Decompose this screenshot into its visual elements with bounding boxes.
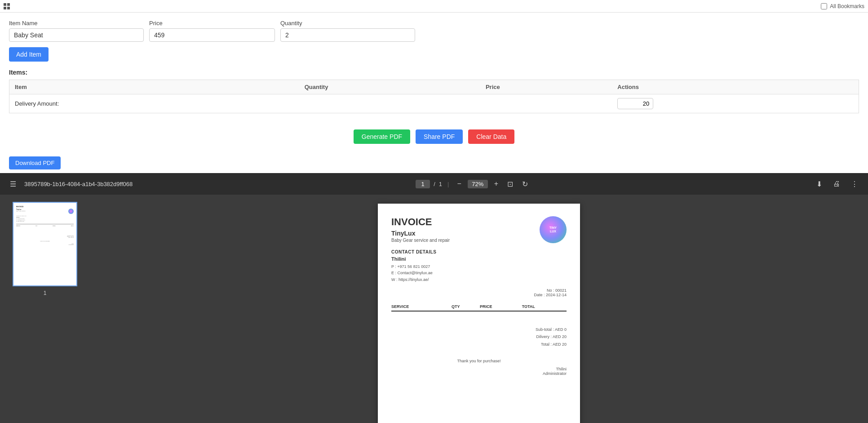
invoice-no: No : 00021 xyxy=(391,288,567,293)
item-name-label: Item Name xyxy=(9,20,144,27)
pdf-toolbar-left: ☰ 3895789b-1b16-4084-a1b4-3b382d9ff068 xyxy=(7,179,133,189)
top-bar-left xyxy=(4,3,10,9)
pdf-toolbar-right: ⬇ 🖨 ⋮ xyxy=(814,179,861,189)
bookmarks-checkbox[interactable] xyxy=(821,3,827,9)
delivery-qty xyxy=(299,94,480,113)
delivery-row: Delivery Amount: xyxy=(9,94,859,113)
pdf-thumbnail-label: 1 xyxy=(44,290,47,296)
pdf-fit-button[interactable]: ⊡ xyxy=(505,179,516,189)
col-item: Item xyxy=(9,80,299,94)
inv-col-qty: QTY xyxy=(452,303,480,311)
inv-col-price: PRICE xyxy=(480,303,522,311)
invoice-table-header: SERVICE QTY PRICE TOTAL xyxy=(391,303,567,311)
logo: TINY LUX xyxy=(540,216,567,243)
item-name-group: Item Name xyxy=(9,20,144,42)
items-section-label: Items: xyxy=(9,69,859,76)
invoice-sign: Thilini Administrator xyxy=(391,367,567,376)
pdf-download-button[interactable]: ⬇ xyxy=(814,179,825,189)
invoice-table: SERVICE QTY PRICE TOTAL xyxy=(391,303,567,319)
pdf-thumbnail-1[interactable]: INVOICE TinyLux Baby Gear service CONTAC… xyxy=(13,202,77,286)
quantity-input[interactable] xyxy=(280,28,415,42)
add-item-button[interactable]: Add Item xyxy=(9,47,49,62)
pdf-separator-line: | xyxy=(447,181,449,187)
grid-icon[interactable] xyxy=(4,3,10,9)
col-price: Price xyxy=(480,80,612,94)
quantity-group: Quantity xyxy=(280,20,415,42)
col-actions: Actions xyxy=(612,80,859,94)
pdf-rotate-button[interactable]: ↻ xyxy=(519,179,531,189)
top-bar-right: All Bookmarks xyxy=(821,3,864,9)
pdf-content: INVOICE TinyLux Baby Gear service CONTAC… xyxy=(0,195,868,423)
invoice-header-left: INVOICE TinyLux Baby Gear service and re… xyxy=(391,216,450,243)
delivery-amount-input[interactable] xyxy=(617,98,653,109)
generate-pdf-button[interactable]: Generate PDF xyxy=(354,129,410,144)
logo-text: TINY LUX xyxy=(549,226,557,234)
invoice-date: Date : 2024-12-14 xyxy=(391,293,567,297)
pdf-sidebar: INVOICE TinyLux Baby Gear service CONTAC… xyxy=(0,195,90,423)
pdf-page-separator: / xyxy=(434,181,435,187)
inv-col-total: TOTAL xyxy=(522,303,567,311)
price-label: Price xyxy=(149,20,275,27)
contact-section: CONTACT DETAILS Thilini P : +971 56 821 … xyxy=(391,249,567,283)
table-header-row: Item Quantity Price Actions xyxy=(9,80,859,94)
invoice-total: Total : AED 20 xyxy=(391,341,567,348)
price-input[interactable] xyxy=(149,28,275,42)
pdf-page-input[interactable] xyxy=(416,180,430,188)
form-row: Item Name Price Quantity xyxy=(9,20,859,42)
pdf-page: INVOICE TinyLux Baby Gear service and re… xyxy=(378,204,580,423)
invoice-header: INVOICE TinyLux Baby Gear service and re… xyxy=(391,216,567,243)
sign-role: Administrator xyxy=(391,371,567,376)
contact-phone: P : +971 56 821 0027 xyxy=(391,263,567,270)
pdf-toolbar-center: / 1 | − + ⊡ ↻ xyxy=(416,179,531,189)
contact-person: Thilini xyxy=(391,256,567,262)
share-pdf-button[interactable]: Share PDF xyxy=(416,129,463,144)
items-table: Item Quantity Price Actions Delivery Amo… xyxy=(9,80,859,113)
inv-col-service: SERVICE xyxy=(391,303,452,311)
pdf-zoom-in-button[interactable]: + xyxy=(492,179,501,189)
download-pdf-button[interactable]: Download PDF xyxy=(9,156,61,169)
pdf-print-button[interactable]: 🖨 xyxy=(830,179,843,189)
logo-line1: TINY xyxy=(549,226,557,229)
quantity-label: Quantity xyxy=(280,20,415,27)
delivery-price xyxy=(480,94,612,113)
download-section: Download PDF xyxy=(0,153,868,173)
col-quantity: Quantity xyxy=(299,80,480,94)
invoice-title: INVOICE xyxy=(391,216,450,228)
logo-line2: LUX xyxy=(550,230,556,233)
pdf-total-pages: 1 xyxy=(439,181,442,187)
contact-email: E : Contact@tinylux.ae xyxy=(391,270,567,276)
pdf-toolbar: ☰ 3895789b-1b16-4084-a1b4-3b382d9ff068 /… xyxy=(0,173,868,195)
form-area: Item Name Price Quantity Add Item Items:… xyxy=(0,13,868,120)
invoice-subtotal: Sub-total : AED 0 xyxy=(391,326,567,333)
item-name-input[interactable] xyxy=(9,28,144,42)
invoice-meta: No : 00021 Date : 2024-12-14 xyxy=(391,288,567,297)
pdf-more-button[interactable]: ⋮ xyxy=(848,179,861,189)
clear-data-button[interactable]: Clear Data xyxy=(468,129,514,144)
pdf-zoom-out-button[interactable]: − xyxy=(454,179,464,189)
pdf-viewer: ☰ 3895789b-1b16-4084-a1b4-3b382d9ff068 /… xyxy=(0,173,868,423)
invoice-summary: Sub-total : AED 0 Dilivery : AED 20 Tota… xyxy=(391,326,567,348)
company-tagline: Baby Gear service and repair xyxy=(391,238,450,243)
contact-details: P : +971 56 821 0027 E : Contact@tinylux… xyxy=(391,263,567,283)
invoice-empty-row xyxy=(391,311,567,319)
bookmarks-label: All Bookmarks xyxy=(830,3,864,9)
delivery-amount-cell xyxy=(612,94,859,113)
contact-website: W : https://tinylux.ae/ xyxy=(391,276,567,283)
company-name: TinyLux xyxy=(391,230,450,237)
contact-title: CONTACT DETAILS xyxy=(391,249,567,254)
invoice-delivery: Dilivery : AED 20 xyxy=(391,333,567,340)
pdf-main: INVOICE TinyLux Baby Gear service and re… xyxy=(90,195,868,423)
action-buttons: Generate PDF Share PDF Clear Data xyxy=(0,120,868,153)
pdf-menu-button[interactable]: ☰ xyxy=(7,179,19,189)
price-group: Price xyxy=(149,20,275,42)
pdf-filename: 3895789b-1b16-4084-a1b4-3b382d9ff068 xyxy=(24,181,133,187)
delivery-label: Delivery Amount: xyxy=(9,94,299,113)
top-bar: All Bookmarks xyxy=(0,0,868,13)
pdf-zoom-input[interactable] xyxy=(468,180,488,188)
invoice-thanks: Thank you for purchase! xyxy=(391,359,567,363)
sign-name: Thilini xyxy=(391,367,567,371)
